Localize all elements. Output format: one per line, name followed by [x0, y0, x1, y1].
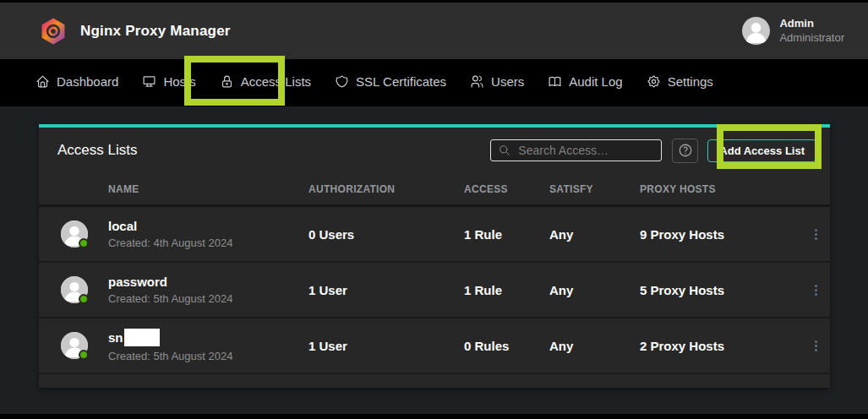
gear-icon	[647, 74, 661, 89]
authorization-value: 1 User	[308, 283, 464, 297]
satisfy-value: Any	[549, 227, 640, 242]
add-access-list-button[interactable]: Add Access List	[707, 139, 816, 162]
row-avatar	[61, 276, 88, 303]
proxy-hosts-value: 9 Proxy Hosts	[640, 227, 801, 242]
row-avatar	[61, 332, 88, 359]
nav-item-audit-log[interactable]: Audit Log	[548, 74, 622, 89]
column-header-authorization: AUTHORIZATION	[308, 183, 464, 195]
access-value: 1 Rule	[464, 283, 549, 297]
authorization-value: 1 User	[308, 339, 464, 353]
window-bottom-edge	[0, 414, 868, 419]
table-header-row: NAME AUTHORIZATION ACCESS SATISFY PROXY …	[39, 173, 830, 204]
nav-label: Hosts	[163, 74, 195, 89]
nav-label: Users	[491, 74, 524, 89]
satisfy-value: Any	[549, 339, 640, 353]
app-title: Nginx Proxy Manager	[80, 23, 231, 40]
access-list-name: password	[108, 275, 167, 289]
user-role: Administrator	[779, 31, 844, 45]
proxy-hosts-value: 5 Proxy Hosts	[640, 283, 801, 297]
nav-item-ssl-certificates[interactable]: SSL Certificates	[335, 74, 446, 89]
help-button[interactable]	[672, 139, 698, 163]
nav-item-settings[interactable]: Settings	[647, 74, 713, 89]
app-header: Nginx Proxy Manager Admin Administrator	[0, 3, 868, 59]
row-actions-kebab-icon[interactable]	[801, 340, 830, 351]
user-avatar	[742, 17, 770, 45]
table-row[interactable]: password Created: 5th August 2024 1 User…	[39, 263, 830, 318]
redaction-box	[124, 329, 160, 346]
panel-header: Access Lists Add Access List	[39, 128, 830, 173]
column-header-satisfy: SATISFY	[549, 183, 640, 195]
row-actions-kebab-icon[interactable]	[801, 285, 830, 296]
created-date: Created: 5th August 2024	[108, 350, 308, 362]
user-name: Admin	[779, 17, 844, 30]
satisfy-value: Any	[549, 283, 640, 297]
nav-item-dashboard[interactable]: Dashboard	[35, 74, 118, 89]
row-avatar	[61, 220, 88, 248]
row-actions-kebab-icon[interactable]	[801, 229, 830, 240]
access-lists-panel: Access Lists Add Access List NAME AUTHOR…	[39, 124, 830, 388]
nav-label: Audit Log	[569, 74, 622, 89]
nav-label: Dashboard	[57, 74, 118, 89]
monitor-icon	[142, 74, 156, 89]
nav-label: Access Lists	[241, 74, 311, 89]
user-menu[interactable]: Admin Administrator	[742, 17, 844, 45]
person-icon	[742, 17, 770, 45]
table-row[interactable]: local Created: 4th August 2024 0 Users 1…	[39, 207, 830, 263]
help-circle-icon	[678, 143, 693, 158]
access-value: 0 Rules	[464, 339, 549, 353]
status-dot	[79, 350, 89, 360]
table-row[interactable]: sn Created: 5th August 2024 1 User 0 Rul…	[39, 318, 830, 374]
npm-logo-icon	[39, 17, 68, 46]
search-icon	[499, 144, 510, 156]
column-header-name: NAME	[108, 183, 308, 195]
column-header-access: ACCESS	[464, 183, 549, 195]
panel-title: Access Lists	[57, 142, 137, 159]
nav-item-access-lists[interactable]: Access Lists	[220, 74, 311, 89]
status-dot	[79, 294, 89, 304]
nav-item-hosts[interactable]: Hosts	[142, 74, 195, 89]
column-header-proxy-hosts: PROXY HOSTS	[640, 183, 801, 195]
access-value: 1 Rule	[464, 227, 549, 242]
main-nav: Dashboard Hosts Access Lists SSL Certifi…	[0, 59, 868, 106]
users-icon	[470, 74, 484, 89]
access-list-name: local	[108, 219, 137, 233]
lock-icon	[220, 74, 234, 89]
search-input[interactable]	[491, 140, 661, 161]
shield-icon	[335, 74, 349, 89]
nav-item-users[interactable]: Users	[470, 74, 524, 89]
nav-label: Settings	[668, 74, 713, 89]
book-icon	[548, 74, 562, 89]
proxy-hosts-value: 2 Proxy Hosts	[640, 339, 801, 353]
access-list-name: sn	[108, 330, 123, 345]
home-icon	[35, 74, 50, 89]
created-date: Created: 4th August 2024	[108, 237, 308, 249]
status-dot	[79, 238, 89, 248]
created-date: Created: 5th August 2024	[108, 292, 308, 305]
nav-label: SSL Certificates	[356, 74, 446, 89]
search-box	[490, 139, 662, 161]
authorization-value: 0 Users	[308, 227, 464, 242]
